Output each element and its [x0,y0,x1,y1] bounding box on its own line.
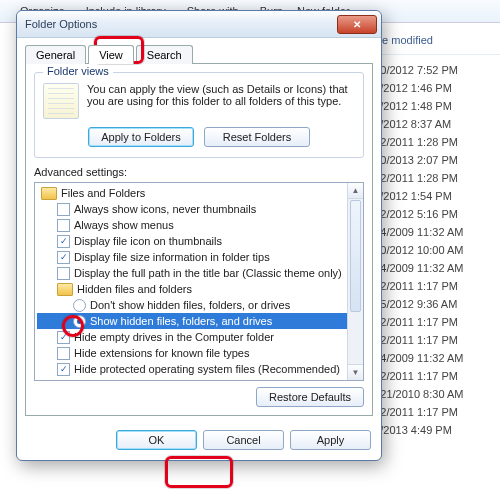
date-cell: 7/14/2009 11:32 AM [365,259,500,277]
tree-item[interactable]: Hide extensions for known file types [74,347,249,359]
advanced-settings-label: Advanced settings: [34,166,364,178]
tree-item[interactable]: Display the full path in the title bar (… [74,267,342,279]
advanced-settings-tree[interactable]: Files and Folders Always show icons, nev… [34,182,364,381]
folder-icon [57,283,73,296]
date-cell: 8/7/2012 8:37 AM [365,115,500,133]
folder-icon [41,187,57,200]
checkbox[interactable] [57,267,70,280]
tree-item[interactable]: Display file icon on thumbnails [74,235,222,247]
checkbox[interactable]: ✓ [57,331,70,344]
apply-to-folders-button[interactable]: Apply to Folders [88,127,194,147]
scrollbar[interactable]: ▲ ▼ [347,183,363,380]
tree-item[interactable]: Display file size information in folder … [74,251,270,263]
radio-dont-show-hidden[interactable]: Don't show hidden files, folders, or dri… [90,299,290,311]
tree-group-hidden[interactable]: Hidden files and folders [77,283,192,295]
reset-folders-button[interactable]: Reset Folders [204,127,310,147]
scroll-thumb[interactable] [350,200,361,312]
date-cell: 5/5/2012 1:54 PM [365,187,500,205]
tab-search[interactable]: Search [136,45,193,64]
date-cell: 4/12/2011 1:28 PM [365,133,500,151]
radio-show-hidden[interactable]: Show hidden files, folders, and drives [90,315,272,327]
checkbox[interactable]: ✓ [57,235,70,248]
date-cell: 4/12/2011 1:17 PM [365,331,500,349]
date-cell: 5/10/2012 10:00 AM [365,241,500,259]
folder-options-dialog: Folder Options ✕ General View Search Fol… [16,10,382,461]
date-cell: 4/12/2011 1:17 PM [365,313,500,331]
date-cell: 1/20/2013 2:07 PM [365,151,500,169]
tab-general[interactable]: General [25,45,86,64]
cancel-button[interactable]: Cancel [203,430,284,450]
scroll-up-icon[interactable]: ▲ [348,183,363,199]
date-cell: 5/25/2012 9:36 AM [365,295,500,313]
radio[interactable] [73,299,86,312]
folder-views-group: Folder views You can apply the view (suc… [34,72,364,158]
close-icon: ✕ [353,19,361,30]
date-cell: 4/12/2011 1:17 PM [365,367,500,385]
date-cell: 5/5/2012 1:46 PM [365,79,500,97]
tab-panel-view: Folder views You can apply the view (suc… [25,63,373,416]
apply-button[interactable]: Apply [290,430,371,450]
folder-views-legend: Folder views [43,65,113,77]
tree-item[interactable]: Always show icons, never thumbnails [74,203,256,215]
close-button[interactable]: ✕ [337,15,377,34]
checkbox[interactable]: ✓ [57,251,70,264]
restore-defaults-button[interactable]: Restore Defaults [256,387,364,407]
date-cell: 7/20/2012 7:52 PM [365,61,500,79]
tree-item[interactable]: Hide protected operating system files (R… [74,363,340,375]
date-cell: 4/12/2011 1:28 PM [365,169,500,187]
dialog-titlebar[interactable]: Folder Options ✕ [17,11,381,38]
date-cell: 7/14/2009 11:32 AM [365,223,500,241]
tab-view[interactable]: View [88,45,134,64]
ok-button[interactable]: OK [116,430,197,450]
date-cell: 11/21/2010 8:30 AM [365,385,500,403]
checkbox[interactable]: ✓ [57,363,70,376]
tab-strip: General View Search [17,38,381,63]
date-cell: 2/6/2013 4:49 PM [365,421,500,439]
date-cell: 10/2/2012 5:16 PM [365,205,500,223]
folder-views-icon [43,83,79,119]
date-cell: 5/5/2012 1:48 PM [365,97,500,115]
tree-item[interactable]: Always show menus [74,219,174,231]
checkbox[interactable] [57,203,70,216]
column-header-date[interactable]: Date modified [365,30,500,55]
radio[interactable] [73,315,86,328]
checkbox[interactable] [57,219,70,232]
date-cell: 4/12/2011 1:17 PM [365,277,500,295]
tree-item[interactable]: Hide empty drives in the Computer folder [74,331,274,343]
tree-root: Files and Folders [61,187,145,199]
folder-views-desc: You can apply the view (such as Details … [87,83,355,119]
scroll-down-icon[interactable]: ▼ [348,364,363,380]
date-cell: 7/14/2009 11:32 AM [365,349,500,367]
date-cell: 4/12/2011 1:17 PM [365,403,500,421]
dialog-title: Folder Options [25,18,97,30]
file-list-dates-column: Date modified 7/20/2012 7:52 PM5/5/2012 … [365,30,500,439]
checkbox[interactable] [57,347,70,360]
